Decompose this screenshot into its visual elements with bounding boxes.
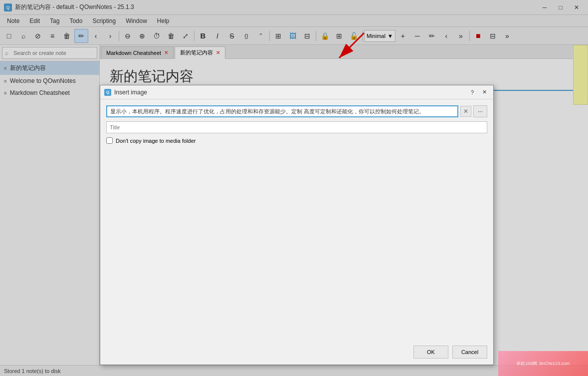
dialog-url-row: ✕ ··· [106, 105, 487, 117]
dialog-controls: ? ✕ [467, 88, 489, 97]
dialog-buttons: OK Cancel [100, 340, 493, 365]
insert-image-dialog: Q Insert image ? ✕ ✕ ··· Don't copy imag… [100, 85, 494, 365]
dialog-title-text: Insert image [114, 89, 147, 96]
dialog-title: Q Insert image [104, 89, 147, 96]
dialog-close-button[interactable]: ✕ [479, 88, 489, 97]
dialog-url-clear-button[interactable]: ✕ [460, 106, 471, 117]
dialog-app-icon: Q [104, 89, 111, 96]
dialog-url-input[interactable] [106, 105, 458, 117]
dialog-checkbox[interactable] [106, 137, 113, 144]
watermark: 单机100网 JinChe123.com [498, 351, 588, 376]
dialog-title-bar: Q Insert image ? ✕ [100, 85, 493, 99]
dialog-title-input[interactable] [106, 121, 487, 133]
dialog-help-button[interactable]: ? [467, 88, 477, 97]
dialog-checkbox-row: Don't copy image to media folder [106, 137, 487, 144]
dialog-url-browse-button[interactable]: ··· [473, 105, 487, 117]
dialog-cancel-button[interactable]: Cancel [452, 346, 487, 359]
dialog-title-row [106, 121, 487, 133]
dialog-ok-button[interactable]: OK [413, 346, 448, 359]
dialog-body: ✕ ··· Don't copy image to media folder [100, 99, 493, 150]
dialog-checkbox-label: Don't copy image to media folder [116, 138, 196, 144]
dialog-overlay: Q Insert image ? ✕ ✕ ··· Don't copy imag… [0, 0, 588, 376]
